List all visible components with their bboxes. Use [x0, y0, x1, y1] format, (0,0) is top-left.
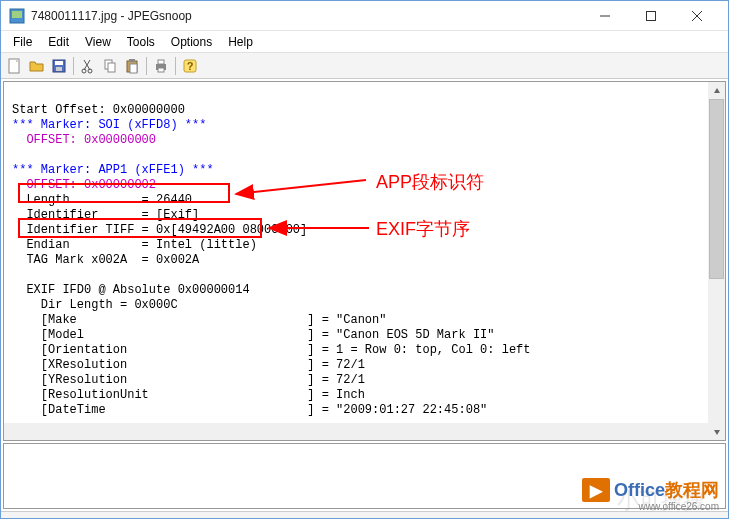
line-identifier: Identifier = [Exif] [12, 208, 199, 222]
logo-icon: ▶ [582, 478, 610, 502]
maximize-button[interactable] [628, 2, 674, 30]
new-icon[interactable] [5, 56, 25, 76]
scrollbar-thumb[interactable] [709, 99, 724, 279]
annotation-app-identifier: APP段标识符 [376, 170, 484, 194]
line-offset-2: OFFSET: 0x00000002 [12, 178, 156, 192]
menu-view[interactable]: View [77, 33, 119, 51]
line-length: Length = 26440 [12, 193, 192, 207]
separator-icon [146, 57, 147, 75]
scrollbar-vertical[interactable] [708, 82, 725, 440]
svg-rect-8 [55, 61, 63, 65]
line-datetime: [DateTime ] = "2009:01:27 22:45:08" [12, 403, 487, 417]
line-start-offset: Start Offset: 0x00000000 [12, 103, 185, 117]
status-text: Ready [9, 516, 44, 520]
line-resolutionunit: [ResolutionUnit ] = Inch [12, 388, 365, 402]
close-button[interactable] [674, 2, 720, 30]
svg-rect-21 [158, 68, 164, 72]
svg-rect-3 [647, 11, 656, 20]
cut-icon[interactable] [78, 56, 98, 76]
output-text[interactable]: Start Offset: 0x00000000 *** Marker: SOI… [4, 82, 725, 439]
line-marker-app1: *** Marker: APP1 (xFFE1) *** [12, 163, 214, 177]
save-icon[interactable] [49, 56, 69, 76]
svg-rect-9 [56, 67, 62, 71]
scroll-up-icon[interactable] [708, 82, 725, 99]
app-icon [9, 8, 25, 24]
line-make: [Make ] = "Canon" [12, 313, 386, 327]
menu-tools[interactable]: Tools [119, 33, 163, 51]
titlebar: 7480011117.jpg - JPEGsnoop [1, 1, 728, 31]
line-yresolution: [YResolution ] = 72/1 [12, 373, 365, 387]
separator-icon [175, 57, 176, 75]
svg-text:?: ? [187, 60, 194, 72]
line-endian: Endian = Intel (little) [12, 238, 257, 252]
line-orientation: [Orientation ] = 1 = Row 0: top, Col 0: … [12, 343, 530, 357]
content-panel: Start Offset: 0x00000000 *** Marker: SOI… [3, 81, 726, 441]
menu-file[interactable]: File [5, 33, 40, 51]
line-model: [Model ] = "Canon EOS 5D Mark II" [12, 328, 494, 342]
minimize-button[interactable] [582, 2, 628, 30]
line-offset-0: OFFSET: 0x00000000 [12, 133, 156, 147]
line-dir-length: Dir Length = 0x000C [12, 298, 178, 312]
bottom-panel: 小可搜搜 ▶ Office教程网 www.office26.com [3, 443, 726, 509]
print-icon[interactable] [151, 56, 171, 76]
svg-rect-18 [130, 64, 137, 73]
open-icon[interactable] [27, 56, 47, 76]
logo-text-office: Office [614, 480, 665, 500]
scroll-down-icon[interactable] [708, 423, 725, 440]
scrollbar-horizontal[interactable] [4, 423, 708, 440]
logo-text-tutorial: 教程网 [665, 480, 719, 500]
annotation-exif-endian: EXIF字节序 [376, 217, 470, 241]
statusbar: Ready [1, 511, 728, 519]
line-xresolution: [XResolution ] = 72/1 [12, 358, 365, 372]
scrollbar-track[interactable] [708, 279, 725, 423]
line-marker-soi: *** Marker: SOI (xFFD8) *** [12, 118, 206, 132]
menu-edit[interactable]: Edit [40, 33, 77, 51]
svg-rect-20 [158, 60, 164, 64]
line-exif-ifd0: EXIF IFD0 @ Absolute 0x00000014 [12, 283, 250, 297]
menubar: File Edit View Tools Options Help [1, 31, 728, 53]
svg-rect-1 [12, 11, 22, 18]
line-identifier-tiff: Identifier TIFF = 0x[49492A00 08000000] [12, 223, 307, 237]
line-blank [12, 148, 19, 162]
paste-icon[interactable] [122, 56, 142, 76]
window-controls [582, 2, 720, 30]
help-icon[interactable]: ? [180, 56, 200, 76]
copy-icon[interactable] [100, 56, 120, 76]
svg-rect-15 [108, 63, 115, 72]
menu-help[interactable]: Help [220, 33, 261, 51]
logo-overlay: ▶ Office教程网 www.office26.com [582, 478, 719, 502]
separator-icon [73, 57, 74, 75]
line-blank2 [12, 268, 19, 282]
svg-rect-17 [129, 59, 135, 62]
window-title: 7480011117.jpg - JPEGsnoop [31, 9, 582, 23]
toolbar: ? [1, 53, 728, 79]
line-tag-mark: TAG Mark x002A = 0x002A [12, 253, 199, 267]
menu-options[interactable]: Options [163, 33, 220, 51]
